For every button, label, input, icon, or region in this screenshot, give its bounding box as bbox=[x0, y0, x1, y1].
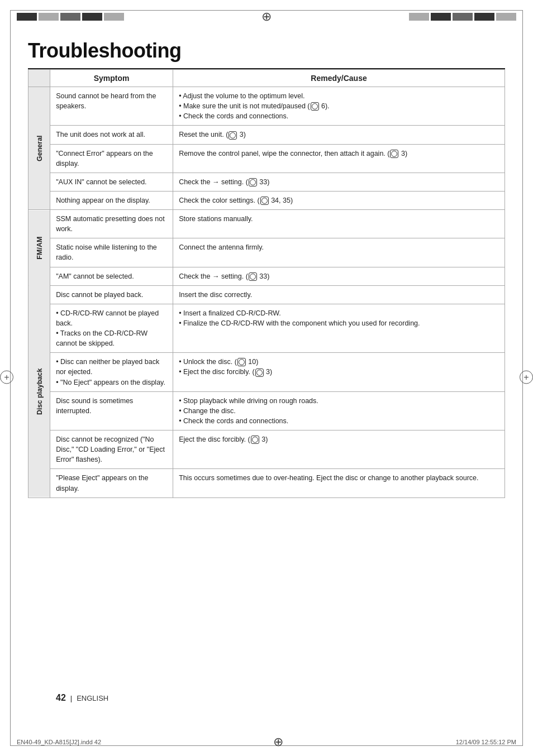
page-number: 42 bbox=[56, 693, 66, 703]
table-row: • CD-R/CD-RW cannot be played back.• Tra… bbox=[28, 304, 505, 353]
table-row: Static noise while listening to the radi… bbox=[28, 238, 505, 267]
symptom-cell: Disc cannot be played back. bbox=[50, 285, 173, 304]
symptom-cell: • Disc can neither be played back nor ej… bbox=[50, 353, 173, 391]
remedy-cell: Insert the disc correctly. bbox=[173, 285, 505, 304]
remedy-cell: This occurs sometimes due to over-heatin… bbox=[173, 469, 505, 497]
remedy-cell: • Unlock the disc. ( 10)• Eject the disc… bbox=[173, 353, 505, 391]
bar4 bbox=[82, 13, 102, 21]
troubleshoot-table: Symptom Remedy/Cause GeneralSound cannot… bbox=[28, 69, 505, 498]
page-ref-icon bbox=[249, 272, 257, 281]
page-number-area: 42 | ENGLISH bbox=[56, 693, 108, 703]
section-label-fm-am: FM/AM bbox=[28, 210, 50, 286]
table-header-row: Symptom Remedy/Cause bbox=[28, 70, 505, 87]
th-symptom: Symptom bbox=[50, 70, 173, 87]
bar3 bbox=[60, 13, 80, 21]
page-ref-icon bbox=[311, 102, 319, 111]
symptom-cell: "Please Eject" appears on the display. bbox=[50, 469, 173, 497]
bar5 bbox=[104, 13, 124, 21]
header-barcode-left bbox=[17, 13, 124, 21]
remedy-cell: Eject the disc forcibly. ( 3) bbox=[173, 430, 505, 469]
table-row: "AUX IN" cannot be selected.Check the → … bbox=[28, 173, 505, 191]
reg-mark-right bbox=[520, 371, 533, 386]
table-row: "Connect Error" appears on the display.R… bbox=[28, 144, 505, 173]
symptom-cell: Sound cannot be heard from the speakers. bbox=[50, 87, 173, 126]
remedy-cell: Reset the unit. ( 3) bbox=[173, 126, 505, 144]
table-row: The unit does not work at all.Reset the … bbox=[28, 126, 505, 144]
remedy-cell: Check the → setting. ( 33) bbox=[173, 173, 505, 191]
bar6 bbox=[409, 13, 429, 21]
reg-circle-left bbox=[0, 371, 13, 384]
remedy-cell: Connect the antenna firmly. bbox=[173, 238, 505, 267]
page-ref-icon bbox=[229, 131, 237, 140]
reg-mark-center: ⊕ bbox=[261, 9, 272, 24]
bar8 bbox=[453, 13, 473, 21]
remedy-cell: Check the → setting. ( 33) bbox=[173, 267, 505, 285]
section-label-general: General bbox=[28, 87, 50, 210]
symptom-cell: The unit does not work at all. bbox=[50, 126, 173, 144]
symptom-cell: "AM" cannot be selected. bbox=[50, 267, 173, 285]
bar1 bbox=[17, 13, 37, 21]
symptom-cell: "AUX IN" cannot be selected. bbox=[50, 173, 173, 191]
symptom-cell: SSM automatic presetting does not work. bbox=[50, 210, 173, 238]
page-ref-icon bbox=[249, 178, 257, 186]
symptom-cell: Disc sound is sometimes interrupted. bbox=[50, 391, 173, 430]
footer-reg-mark: ⊕ bbox=[273, 735, 283, 749]
footer-date: 12/14/09 12:55:12 PM bbox=[456, 739, 516, 745]
bar9 bbox=[474, 13, 494, 21]
bar7 bbox=[431, 13, 451, 21]
remedy-cell: Check the color settings. ( 34, 35) bbox=[173, 191, 505, 209]
table-row: • Disc can neither be played back nor ej… bbox=[28, 353, 505, 391]
th-section bbox=[28, 70, 50, 87]
table-row: Disc sound is sometimes interrupted.• St… bbox=[28, 391, 505, 430]
symptom-cell: Static noise while listening to the radi… bbox=[50, 238, 173, 267]
table-row: Nothing appear on the display.Check the … bbox=[28, 191, 505, 209]
table-row: Disc playbackDisc cannot be played back.… bbox=[28, 285, 505, 304]
reg-mark-left bbox=[0, 371, 13, 386]
symptom-cell: "Connect Error" appears on the display. bbox=[50, 144, 173, 173]
bar10 bbox=[496, 13, 516, 21]
table-row: FM/AMSSM automatic presetting does not w… bbox=[28, 210, 505, 238]
table-row: "AM" cannot be selected.Check the → sett… bbox=[28, 267, 505, 285]
header-barcode-right bbox=[409, 13, 516, 21]
symptom-cell: Disc cannot be recognized ("No Disc," "C… bbox=[50, 430, 173, 469]
bar2 bbox=[39, 13, 59, 21]
language-label: ENGLISH bbox=[77, 694, 108, 702]
page-header: ⊕ bbox=[0, 0, 533, 34]
remedy-cell: • Insert a finalized CD-R/CD-RW.• Finali… bbox=[173, 304, 505, 353]
symptom-cell: • CD-R/CD-RW cannot be played back.• Tra… bbox=[50, 304, 173, 353]
symptom-cell: Nothing appear on the display. bbox=[50, 191, 173, 209]
page-ref-icon bbox=[390, 150, 398, 158]
remedy-cell: Store stations manually. bbox=[173, 210, 505, 238]
table-row: GeneralSound cannot be heard from the sp… bbox=[28, 87, 505, 126]
page-separator: | bbox=[70, 694, 72, 702]
page-title: Troubleshooting bbox=[28, 39, 505, 63]
remedy-cell: • Stop playback while driving on rough r… bbox=[173, 391, 505, 430]
page-ref-icon bbox=[255, 369, 264, 377]
page-content: Troubleshooting Symptom Remedy/Cause Gen… bbox=[28, 39, 505, 722]
footer-filename: EN40-49_KD-A815[J2].indd 42 bbox=[17, 739, 101, 745]
page-ref-icon bbox=[251, 436, 259, 444]
table-row: Disc cannot be recognized ("No Disc," "C… bbox=[28, 430, 505, 469]
page-ref-icon bbox=[260, 197, 269, 205]
th-remedy: Remedy/Cause bbox=[173, 70, 505, 87]
page-footer: EN40-49_KD-A815[J2].indd 42 ⊕ 12/14/09 1… bbox=[0, 728, 533, 756]
table-row: "Please Eject" appears on the display.Th… bbox=[28, 469, 505, 497]
remedy-cell: Remove the control panel, wipe the conne… bbox=[173, 144, 505, 173]
reg-circle-right bbox=[520, 371, 533, 384]
page-ref-icon bbox=[237, 358, 246, 366]
section-label-disc-playback: Disc playback bbox=[28, 285, 50, 497]
remedy-cell: • Adjust the volume to the optimum level… bbox=[173, 87, 505, 126]
